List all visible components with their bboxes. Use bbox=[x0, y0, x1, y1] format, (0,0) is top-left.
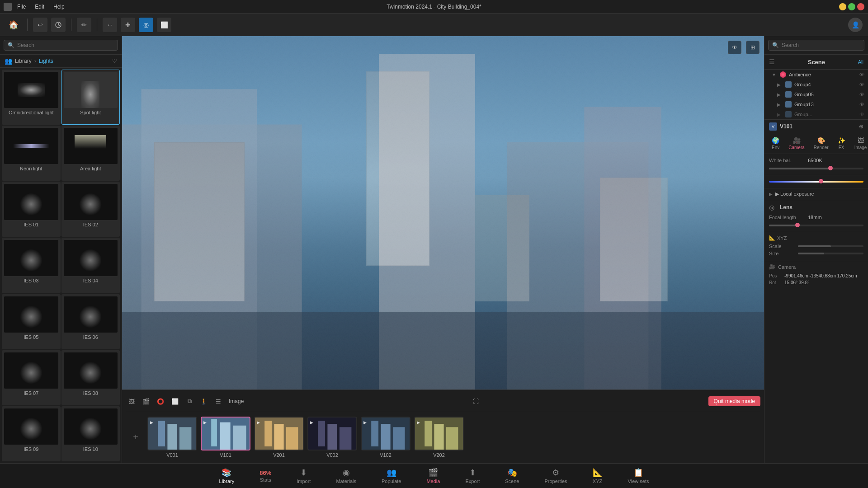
size-slider[interactable] bbox=[798, 253, 863, 254]
scene-item-group13[interactable]: ▶ Group13 👁 bbox=[770, 99, 868, 109]
bottom-scene[interactable]: 🎭 Scene bbox=[492, 466, 532, 486]
light-item-ies03[interactable]: IES 03 bbox=[2, 238, 61, 293]
materials-label: Materials bbox=[336, 479, 356, 484]
light-item-ies01[interactable]: IES 01 bbox=[2, 182, 61, 237]
bottom-media[interactable]: 🎬 Media bbox=[414, 466, 453, 486]
menu-file[interactable]: File bbox=[15, 3, 28, 11]
right-search-box[interactable]: 🔍 bbox=[768, 40, 864, 51]
left-search-input[interactable] bbox=[17, 42, 114, 48]
media-tile-v201[interactable]: ▶ bbox=[254, 417, 304, 450]
viewport[interactable]: 👁 ⊞ bbox=[122, 36, 764, 389]
local-exposure-section[interactable]: ▶ ▶ Local exposure bbox=[764, 188, 868, 200]
media-tile-v101[interactable]: ▶ bbox=[201, 417, 250, 450]
quit-media-button[interactable]: Quit media mode bbox=[708, 396, 760, 406]
breadcrumb-lights[interactable]: Lights bbox=[39, 58, 53, 64]
visibility-ambience[interactable]: 👁 bbox=[859, 72, 864, 77]
scene-item-ambience[interactable]: ▼ Ambience 👁 bbox=[764, 70, 868, 80]
media-panorama-btn[interactable]: ⭕ bbox=[155, 395, 166, 407]
media-tile-v202[interactable]: ▶ bbox=[414, 417, 464, 450]
scene-item-group4[interactable]: ▶ Group4 👁 bbox=[770, 80, 868, 89]
light-item-ies09[interactable]: IES 09 bbox=[2, 406, 61, 461]
breadcrumb-library[interactable]: Library bbox=[15, 58, 32, 64]
tab-fx-label: FX bbox=[839, 145, 844, 150]
media-screen-btn[interactable]: ⬜ bbox=[169, 395, 181, 407]
layout-button[interactable]: ⊞ bbox=[746, 41, 760, 54]
home-button[interactable]: 🏠 bbox=[5, 17, 22, 33]
media-compare-btn[interactable]: ⧉ bbox=[184, 395, 195, 407]
menu-help[interactable]: Help bbox=[52, 3, 66, 11]
media-tile-v002[interactable]: ▶ bbox=[307, 417, 357, 450]
focal-slider[interactable] bbox=[769, 225, 863, 226]
bottom-properties[interactable]: ⚙ Properties bbox=[532, 466, 580, 486]
tab-env[interactable]: 🌍 Env bbox=[768, 135, 783, 152]
visibility-groupx[interactable]: 👁 bbox=[859, 112, 864, 117]
v101-expand[interactable]: ⊕ bbox=[859, 123, 863, 130]
scene-item-group05[interactable]: ▶ Group05 👁 bbox=[770, 89, 868, 99]
bottom-export[interactable]: ⬆ Export bbox=[453, 466, 492, 486]
minimize-button[interactable] bbox=[839, 3, 846, 10]
visibility-group4[interactable]: 👁 bbox=[859, 82, 864, 87]
light-item-ies04[interactable]: IES 04 bbox=[61, 238, 120, 293]
bottom-viewsets[interactable]: 📋 View sets bbox=[615, 466, 662, 486]
eye-button[interactable]: 👁 bbox=[728, 41, 741, 54]
move-button[interactable]: ✚ bbox=[121, 18, 135, 32]
svg-rect-11 bbox=[167, 424, 177, 450]
bottom-xyz[interactable]: 📐 XYZ bbox=[580, 466, 615, 486]
visibility-group13[interactable]: 👁 bbox=[859, 102, 864, 107]
light-item-ies02[interactable]: IES 02 bbox=[61, 182, 120, 237]
frame-button[interactable]: ⬜ bbox=[157, 18, 171, 32]
media-label: Image bbox=[229, 398, 244, 404]
white-bal-slider-handle[interactable] bbox=[828, 166, 833, 170]
menu-edit[interactable]: Edit bbox=[33, 3, 46, 11]
window-title: Twinmotion 2024.1 - City Building_004* bbox=[387, 4, 481, 10]
scene-item-groupx[interactable]: ▶ Group... 👁 bbox=[770, 109, 868, 119]
close-button[interactable] bbox=[857, 3, 864, 10]
tab-image[interactable]: 🖼 Image bbox=[851, 135, 868, 152]
focal-slider-handle[interactable] bbox=[795, 223, 800, 227]
history-button[interactable] bbox=[51, 18, 66, 32]
media-person-btn[interactable]: 🚶 bbox=[198, 395, 210, 407]
media-tile-v001[interactable]: ▶ bbox=[147, 417, 197, 450]
translate-button[interactable]: ↔ bbox=[103, 18, 117, 32]
bottom-stats[interactable]: 86% Stats bbox=[247, 468, 284, 484]
media-list-btn[interactable]: ☰ bbox=[212, 395, 224, 407]
media-fullscreen-btn[interactable]: ⛶ bbox=[470, 395, 482, 407]
scale-row: Scale bbox=[769, 244, 863, 249]
light-item-omni[interactable]: Omnidirectional light bbox=[2, 70, 61, 125]
white-bal-slider[interactable] bbox=[769, 168, 863, 169]
tab-camera[interactable]: 🎥 Camera bbox=[785, 135, 808, 152]
color-temp-slider-container bbox=[769, 179, 863, 184]
media-video-btn[interactable]: 🎬 bbox=[140, 395, 152, 407]
maximize-button[interactable] bbox=[848, 3, 855, 10]
light-item-ies10[interactable]: IES 10 bbox=[61, 406, 120, 461]
scene-all-button[interactable]: All bbox=[858, 59, 863, 65]
tab-fx[interactable]: ✨ FX bbox=[834, 135, 849, 152]
bottom-import[interactable]: ⬇ Import bbox=[284, 466, 323, 486]
user-button[interactable]: 👤 bbox=[848, 18, 863, 32]
color-temp-slider[interactable] bbox=[769, 181, 863, 183]
favorite-button[interactable]: ♡ bbox=[112, 58, 117, 64]
add-media-button[interactable]: + bbox=[127, 422, 144, 453]
pencil-button[interactable]: ✏ bbox=[77, 18, 91, 32]
light-item-spot[interactable]: Spot light bbox=[61, 70, 120, 125]
light-item-ies06[interactable]: IES 06 bbox=[61, 294, 120, 349]
light-item-ies08[interactable]: IES 08 bbox=[61, 350, 120, 405]
light-item-ies05[interactable]: IES 05 bbox=[2, 294, 61, 349]
media-tile-wrapper-v002: ▶ V002 bbox=[307, 417, 357, 458]
bottom-library[interactable]: 📚 Library bbox=[207, 466, 247, 486]
bottom-materials[interactable]: ◉ Materials bbox=[323, 466, 369, 486]
bottom-populate[interactable]: 👥 Populate bbox=[369, 466, 414, 486]
orbit-button[interactable]: ◎ bbox=[139, 18, 153, 32]
scale-slider[interactable] bbox=[798, 245, 863, 247]
tab-render[interactable]: 🎨 Render bbox=[810, 135, 832, 152]
light-item-neon[interactable]: Neon light bbox=[2, 126, 61, 181]
right-search-input[interactable] bbox=[782, 42, 860, 48]
undo-button[interactable]: ↩ bbox=[33, 18, 47, 32]
color-temp-handle[interactable] bbox=[819, 179, 823, 183]
light-item-area[interactable]: Area light bbox=[61, 126, 120, 181]
left-search-box[interactable]: 🔍 bbox=[4, 40, 118, 51]
light-item-ies07[interactable]: IES 07 bbox=[2, 350, 61, 405]
media-image-btn[interactable]: 🖼 bbox=[126, 395, 137, 407]
media-tile-v102[interactable]: ▶ bbox=[361, 417, 410, 450]
visibility-group05[interactable]: 👁 bbox=[859, 92, 864, 97]
